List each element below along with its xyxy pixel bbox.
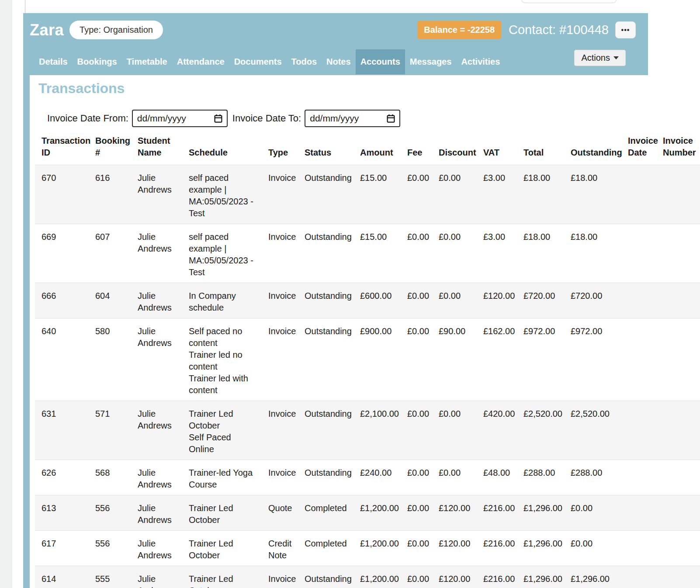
invoice-date-from-input[interactable]: dd/mm/yyyy: [132, 110, 228, 127]
cell-invoice-date: [621, 566, 656, 588]
cell-type: Invoice: [262, 460, 298, 495]
cell-transaction-id: 669: [35, 224, 89, 283]
column-header-status: Status: [298, 135, 353, 165]
cell-invoice-number: [656, 224, 700, 283]
cell-student-name: Julie Andrews: [131, 401, 182, 460]
cell-total: £2,520.00: [517, 401, 564, 460]
column-header-invoice-number: Invoice Number: [656, 135, 700, 165]
cell-discount: £90.00: [432, 318, 477, 401]
cell-type: Invoice: [262, 224, 298, 283]
column-header-vat: VAT: [477, 135, 517, 165]
tab-activities[interactable]: Activities: [456, 49, 505, 74]
tab-todos[interactable]: Todos: [287, 49, 322, 74]
cell-total: £1,296.00: [517, 566, 564, 588]
invoice-date-from-label: Invoice Date From:: [47, 113, 128, 124]
cell-student-name: Julie Andrews: [131, 318, 182, 401]
transactions-heading: Transactions: [38, 80, 700, 97]
calendar-icon[interactable]: [386, 114, 395, 123]
table-row: 626568Julie AndrewsTrainer-led Yoga Cour…: [35, 460, 700, 495]
cell-discount: £120.00: [432, 566, 477, 588]
cell-booking-number: 604: [89, 283, 131, 318]
cell-discount: £0.00: [432, 165, 477, 224]
tab-messages[interactable]: Messages: [405, 49, 457, 74]
cell-invoice-date: [621, 460, 656, 495]
column-header-type: Type: [262, 135, 298, 165]
cell-status: Outstanding: [298, 165, 353, 224]
cell-outstanding: £2,520.00: [564, 401, 621, 460]
cell-status: Completed: [298, 531, 353, 566]
cell-transaction-id: 631: [35, 401, 89, 460]
cell-invoice-number: [656, 495, 700, 531]
cell-student-name: Julie Andrews: [131, 224, 182, 283]
cell-student-name: Julie Andrews: [131, 566, 182, 588]
cell-total: £720.00: [517, 283, 564, 318]
cell-status: Outstanding: [298, 401, 353, 460]
contact-title-row: Zara Type: Organisation Balance = -22258…: [23, 13, 648, 39]
cell-fee: £0.00: [401, 460, 432, 495]
tab-accounts[interactable]: Accounts: [356, 49, 405, 74]
more-options-button[interactable]: •••: [615, 21, 636, 38]
contact-tabs: DetailsBookingsTimetableAttendanceDocume…: [23, 49, 648, 74]
table-row: 666604Julie AndrewsIn Company scheduleIn…: [35, 283, 700, 318]
actions-button[interactable]: Actions: [574, 50, 626, 66]
cell-student-name: Julie Andrews: [131, 283, 182, 318]
cell-transaction-id: 640: [35, 318, 89, 401]
cell-total: £18.00: [517, 224, 564, 283]
cell-booking-number: 607: [89, 224, 131, 283]
tab-documents[interactable]: Documents: [229, 49, 287, 74]
cell-outstanding: £18.00: [564, 224, 621, 283]
cell-booking-number: 571: [89, 401, 131, 460]
table-row: 640580Julie AndrewsSelf paced no content…: [35, 318, 700, 401]
cell-booking-number: 616: [89, 165, 131, 224]
cell-transaction-id: 670: [35, 165, 89, 224]
cell-fee: £0.00: [401, 531, 432, 566]
cell-amount: £1,200.00: [353, 531, 401, 566]
tab-details[interactable]: Details: [34, 49, 73, 74]
cell-vat: £216.00: [477, 531, 517, 566]
cell-outstanding: £288.00: [564, 460, 621, 495]
cut-off-element: [521, 0, 617, 3]
cell-status: Outstanding: [298, 566, 353, 588]
cell-discount: £120.00: [432, 495, 477, 531]
cell-amount: £900.00: [353, 318, 401, 401]
tab-timetable[interactable]: Timetable: [122, 49, 172, 74]
cell-invoice-date: [621, 224, 656, 283]
ellipsis-icon: •••: [621, 27, 630, 34]
tab-bookings[interactable]: Bookings: [73, 49, 122, 74]
column-header-student-name: Student Name: [131, 135, 182, 165]
cell-amount: £2,100.00: [353, 401, 401, 460]
tab-notes[interactable]: Notes: [322, 49, 356, 74]
cell-fee: £0.00: [401, 318, 432, 401]
cell-student-name: Julie Andrews: [131, 531, 182, 566]
cell-outstanding: £18.00: [564, 165, 621, 224]
cell-invoice-number: [656, 401, 700, 460]
cell-vat: £162.00: [477, 318, 517, 401]
cell-type: Invoice: [262, 318, 298, 401]
cell-vat: £420.00: [477, 401, 517, 460]
cell-type: Quote: [262, 495, 298, 531]
cell-status: Outstanding: [298, 224, 353, 283]
tab-attendance[interactable]: Attendance: [172, 49, 229, 74]
cell-schedule: Trainer Led October: [182, 566, 262, 588]
cell-student-name: Julie Andrews: [131, 460, 182, 495]
date-placeholder: dd/mm/yyyy: [137, 113, 214, 124]
cell-vat: £3.00: [477, 165, 517, 224]
cell-invoice-date: [621, 165, 656, 224]
cell-transaction-id: 613: [35, 495, 89, 531]
cell-discount: £0.00: [432, 460, 477, 495]
table-header: Transaction IDBooking #Student NameSched…: [35, 135, 700, 165]
cell-vat: £120.00: [477, 283, 517, 318]
column-header-fee: Fee: [401, 135, 432, 165]
accounts-content-panel: Transactions Invoice Date From: dd/mm/yy…: [30, 75, 700, 588]
cell-transaction-id: 666: [35, 283, 89, 318]
invoice-date-to-input[interactable]: dd/mm/yyyy: [305, 110, 400, 127]
calendar-icon[interactable]: [214, 114, 223, 123]
cell-invoice-date: [621, 495, 656, 531]
cell-schedule: In Company schedule: [182, 283, 262, 318]
cell-booking-number: 556: [89, 531, 131, 566]
table-row: 669607Julie Andrewsself paced example | …: [35, 224, 700, 283]
cell-amount: £240.00: [353, 460, 401, 495]
cell-invoice-number: [656, 531, 700, 566]
cell-schedule: Trainer Led October Self Paced Online: [182, 401, 262, 460]
table-row: 617556Julie AndrewsTrainer Led OctoberCr…: [35, 531, 700, 566]
